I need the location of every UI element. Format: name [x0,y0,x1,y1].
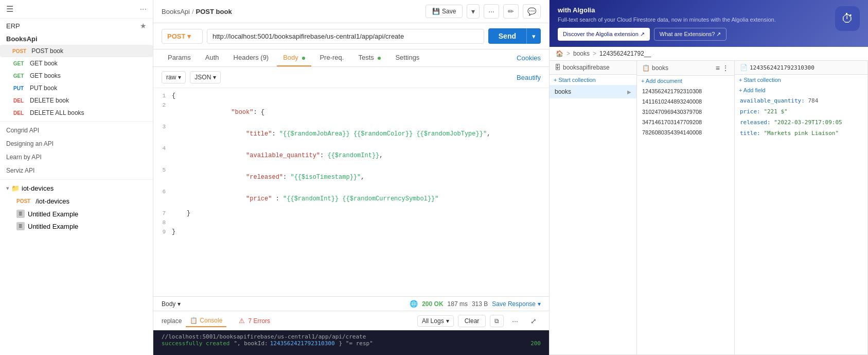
code-editor[interactable]: 1 { 2 "book": { 3 "title": "{{$randomJob… [153,88,549,296]
console-tab-label: Console [200,317,222,324]
json-select[interactable]: JSON ▾ [190,71,221,83]
beautify-button[interactable]: Beautify [517,74,541,81]
editor-area: raw ▾ JSON ▾ Beautify 1 { 2 " [153,67,549,296]
tab-auth[interactable]: Auth [199,49,225,66]
sidebar-item-get-books[interactable]: GET GET books [0,70,153,82]
doc-id-4[interactable]: 3471461703147709208 [637,117,734,127]
code-line-7: 7 } [153,210,549,219]
tab-body[interactable]: Body [277,49,311,66]
clear-button[interactable]: Clear [458,315,486,327]
raw-select[interactable]: raw ▾ [162,71,186,83]
what-extensions-button[interactable]: What are Extensions? ↗ [654,28,727,41]
tab-headers[interactable]: Headers (9) [227,49,275,66]
start-collection-button[interactable]: + Start collection [550,75,636,85]
col2-actions: ≡ ⋮ [716,64,729,72]
tab-prereq[interactable]: Pre-req. [313,49,350,66]
sidebar-header: ☰ ··· [0,0,153,19]
more-icon[interactable]: ⋮ [722,64,729,72]
dropdown-arrow-button[interactable]: ▾ [467,4,480,19]
console-tab[interactable]: 📋 Console [186,315,226,327]
sidebar-item-get-book[interactable]: GET GET book [0,57,153,70]
add-document-button[interactable]: + Add document [637,76,734,86]
sidebar-item-put-book[interactable]: PUT PUT book [0,82,153,94]
top-bar-actions: 💾 Save ▾ ··· ✏ 💬 [426,4,541,19]
copy-console-button[interactable]: ⧉ [490,315,504,327]
console-http-status: 200 [530,340,541,347]
body-toolbar: raw ▾ JSON ▾ Beautify [153,67,549,88]
field-title: title: "Markets pink Liaison" [735,128,867,139]
line-content: "released": "{{$isoTimestamp}}", [172,166,549,188]
save-response-button[interactable]: Save Response ▾ [492,300,541,308]
response-body-select[interactable]: Body ▾ [162,300,181,308]
discover-algolia-button[interactable]: Discover the Algolia extension ↗ [558,28,650,41]
edit-button[interactable]: ✏ [503,4,519,19]
field-price: price: "221 $" [735,106,867,117]
firestore-nav-books[interactable]: books [573,50,590,57]
method-badge-post: POST [10,48,28,55]
firestore-col3-title: 📄 1243562421792310300 [740,64,814,71]
expand-arrow-icon: ▾ [6,185,9,192]
sidebar-item-delete-all-books[interactable]: DEL DELETE ALL books [0,107,153,119]
firestore-col-documents: 📋 books ≡ ⋮ + Add document 1243562421792… [637,61,735,354]
more-options-button[interactable]: ··· [484,4,499,19]
firestore-nav-sep1: > [566,50,570,57]
sidebar-item-delete-book[interactable]: DEL DELETE book [0,94,153,107]
sidebar-iot-group[interactable]: ▾ 📁 iot-devices [0,182,153,195]
console-more-button[interactable]: ··· [508,315,522,327]
status-bar: Body ▾ 🌐 200 OK 187 ms 313 B Save Respon… [153,296,549,311]
warning-icon: ⚠ [239,317,245,325]
save-button[interactable]: 💾 Save [426,5,463,18]
tab-params[interactable]: Params [162,49,197,66]
field-value-str: "221 $" [764,108,787,115]
sidebar-item-label: GET book [30,60,58,67]
sidebar-item-label: GET books [30,72,61,79]
firestore-col-fields: 📄 1243562421792310300 + Start collection… [735,61,868,354]
tab-settings[interactable]: Settings [389,49,426,66]
add-field-button[interactable]: + Add field [735,85,867,95]
method-badge-del: DEL [10,110,27,116]
sidebar-designing-label[interactable]: Designing an API [0,137,153,150]
url-input[interactable] [207,29,484,44]
send-button[interactable]: Send [488,28,526,44]
line-content: "book": { [172,102,549,123]
comment-button[interactable]: 💬 [523,4,541,19]
firestore-home-icon[interactable]: 🏠 [556,50,563,57]
doc-id-2[interactable]: 1411610244893240008 [637,96,734,107]
start-collection-2-button[interactable]: + Start collection [735,75,867,85]
tab-tests[interactable]: Tests [352,49,387,66]
sidebar-booksapi-collection[interactable]: BooksApi [0,33,153,45]
line-number: 4 [153,145,172,151]
doc-id-1[interactable]: 1243562421792310308 [637,86,734,96]
field-val-text: "Markets pink Liaison" [764,130,839,137]
sidebar-learn-label[interactable]: Learn by API [0,150,153,164]
firestore-books-item[interactable]: books ▶ [550,85,636,98]
method-select[interactable]: POST ▾ [162,29,203,44]
sidebar-more-icon[interactable]: ··· [140,5,147,14]
code-line-3: 3 "title": "{{$randomJobArea}} {{$random… [153,123,549,145]
sidebar-item-post-book[interactable]: POST POST book [0,45,153,57]
line-number: 3 [153,123,172,130]
star-icon[interactable]: ★ [140,22,147,30]
sidebar-iot-post[interactable]: POST /iot-devices [0,195,153,208]
globe-icon: 🌐 [410,300,418,308]
cookies-button[interactable]: Cookies [517,54,541,62]
console-error-area: ⚠ 7 Errors [239,317,270,325]
menu-icon[interactable]: ☰ [6,4,13,14]
sidebar-iot-sub-1[interactable]: ≣ Untitled Example [0,208,153,220]
firestore-col1-header: 🗄 booksapifirebase [550,61,636,75]
method-badge-put: PUT [10,85,27,92]
sidebar-congrid-label[interactable]: Congrid API [0,124,153,137]
breadcrumb-collection[interactable]: BooksApi [162,8,190,15]
send-arrow-button[interactable]: ▾ [526,28,541,44]
line-content: { [172,92,549,99]
firestore-columns: 🗄 booksapifirebase + Start collection bo… [550,61,868,355]
doc-id-3[interactable]: 3102470969430379708 [637,107,734,117]
sidebar-serviz-label[interactable]: Serviz API [0,164,153,177]
sidebar-iot-sub-2[interactable]: ≣ Untitled Example [0,220,153,232]
doc-id-5[interactable]: 7826080354394140008 [637,127,734,138]
filter-icon[interactable]: ≡ [716,64,720,72]
logs-filter-select[interactable]: All Logs ▾ [417,315,454,327]
algolia-desc: Full-text search of your Cloud Firestore… [558,16,829,24]
console-expand-button[interactable]: ⤢ [526,315,541,327]
example-icon: ≣ [16,210,25,218]
